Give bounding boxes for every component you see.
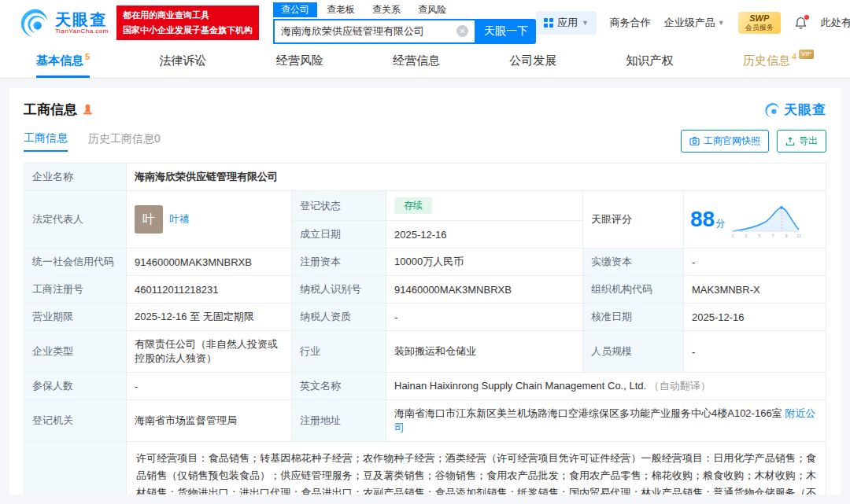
company-name-value: 海南海欣荣供应链管理有限公司 [127, 164, 826, 191]
tab-count: 4 [792, 52, 796, 61]
camera-icon [689, 136, 700, 146]
swp-membership-badge[interactable]: SWP 会员服务 [738, 12, 781, 34]
chevron-down-icon: ▼ [582, 19, 589, 27]
search-tab-risk[interactable]: 查风险 [410, 2, 454, 17]
tab-label: 历史信息 [743, 53, 790, 68]
swp-sub-label: 会员服务 [745, 24, 774, 32]
reg-authority-label: 登记机关 [24, 400, 127, 442]
score-unit: 分 [715, 218, 725, 229]
tab-label: 经营风险 [276, 53, 323, 68]
apps-menu[interactable]: 应用 ▼ [536, 11, 597, 35]
reg-number-value: 460112011218231 [127, 276, 292, 304]
company-name-label: 企业名称 [24, 164, 127, 191]
approval-date-value: 2025-12-16 [684, 304, 826, 331]
industry-label: 行业 [292, 331, 386, 373]
official-snapshot-button[interactable]: 工商官网快照 [681, 130, 769, 153]
tab-intellectual-property[interactable]: 知识产权 [626, 46, 674, 78]
tab-legal-litigation[interactable]: 法律诉讼 [159, 46, 206, 78]
subtab-row: 工商信息 历史工商信息0 工商官网快照 [24, 130, 826, 153]
search-tab-relation[interactable]: 查关系 [364, 2, 408, 17]
tab-label: 公司发展 [509, 53, 556, 68]
search-tabs: 查公司 查老板 查关系 查风险 [273, 2, 536, 17]
tab-operation-info[interactable]: 经营信息 [393, 46, 440, 78]
subtab-history-business-info[interactable]: 历史工商信息0 [88, 132, 161, 151]
business-scope-value: 许可经营项目：食品销售；转基因棉花种子经营；农作物种子经营；酒类经营（许可经营项… [127, 442, 826, 495]
tab-history-info[interactable]: 历史信息 4 VIP [743, 46, 814, 78]
auto-translate-note: （自动翻译） [649, 380, 711, 392]
insured-count-label: 参保人数 [24, 373, 127, 400]
table-row: 参保人数 - 英文名称 Hainan Haixinrong Supply Cha… [24, 373, 826, 400]
search-button[interactable]: 天眼一下 [476, 19, 536, 44]
watermark-logo: 天眼查 [765, 101, 826, 119]
reg-status-label: 登记状态 [292, 191, 386, 221]
legal-rep-label: 法定代表人 [24, 191, 127, 248]
tab-label: 经营信息 [393, 53, 440, 68]
table-row: 企业类型 有限责任公司（非自然人投资或控股的法人独资） 行业 装卸搬运和仓储业 … [24, 331, 826, 373]
export-button[interactable]: 导出 [777, 130, 826, 153]
tab-operation-risk[interactable]: 经营风险 [276, 46, 323, 78]
swp-label: SWP [745, 13, 774, 24]
english-name-value: Hainan Haixinrong Supply Chain Managemen… [394, 380, 646, 392]
org-code-value: MAK3MNBR-X [684, 276, 826, 304]
table-row: 统一社会信用代码 91460000MAK3MNBRXB 注册资本 10000万人… [24, 248, 826, 276]
business-scope-label: 经营范围 [24, 442, 127, 495]
search-area: 查公司 查老板 查关系 查风险 ✕ 天眼一下 [273, 2, 536, 44]
search-tab-boss[interactable]: 查老板 [319, 2, 363, 17]
legal-rep-name-link[interactable]: 叶禧 [169, 212, 190, 226]
credit-code-value: 91460000MAK3MNBRXB [127, 248, 292, 276]
paid-capital-value: - [684, 248, 826, 276]
tianyancha-logo[interactable]: 天眼查 TianYanCha.com [20, 8, 109, 38]
approval-date-label: 核准日期 [583, 304, 684, 331]
notification-bell[interactable] [794, 17, 808, 30]
tianyancha-swirl-icon [20, 8, 50, 38]
snapshot-button-label: 工商官网快照 [704, 134, 760, 148]
taxpayer-id-label: 纳税人识别号 [292, 276, 386, 304]
clear-search-icon[interactable]: ✕ [456, 25, 468, 37]
paid-capital-label: 实缴资本 [583, 248, 684, 276]
menu-business-cooperation[interactable]: 商务合作 [610, 16, 651, 30]
table-row: 营业期限 2025-12-16 至 无固定期限 纳税人资质 - 核准日期 202… [24, 304, 826, 331]
credit-code-label: 统一社会信用代码 [24, 248, 127, 276]
english-name-cell: Hainan Haixinrong Supply Chain Managemen… [386, 373, 826, 400]
notification-dot [804, 15, 809, 20]
svg-text:9: 9 [785, 234, 788, 238]
page: 天眼查 TianYanCha.com 都在用的商业查询工具 国家中小企业发展子基… [0, 0, 850, 504]
slogan-line2: 国家中小企业发展子基金旗下机构 [123, 23, 253, 38]
business-term-value: 2025-12-16 至 无固定期限 [127, 304, 292, 331]
export-icon [785, 137, 795, 146]
reg-status-cell: 存续 [386, 191, 583, 221]
slogan-banner: 都在用的商业查询工具 国家中小企业发展子基金旗下机构 [116, 6, 259, 39]
tab-company-development[interactable]: 公司发展 [509, 46, 556, 78]
svg-text:11: 11 [796, 234, 802, 238]
grid-icon [544, 18, 553, 28]
tab-label: 知识产权 [626, 53, 674, 68]
section-title: 工商信息 [24, 101, 77, 119]
score-value: 88 [690, 207, 715, 231]
reg-address-cell: 海南省海口市江东新区美兰机场路海口空港综保区多功能产业服务中心4楼A102-16… [386, 400, 826, 442]
establish-date-value: 2025-12-16 [386, 221, 583, 248]
search-tab-company[interactable]: 查公司 [273, 2, 317, 17]
tab-label: 基本信息 [36, 53, 83, 68]
table-row: 企业名称 海南海欣荣供应链管理有限公司 [24, 164, 826, 191]
brand-name: 天眼查 [55, 11, 109, 28]
score-cell[interactable]: 88分 1 3 5 [684, 191, 826, 248]
slogan-line1: 都在用的商业查询工具 [123, 8, 253, 23]
apps-label: 应用 [557, 16, 578, 30]
subtab-business-info[interactable]: 工商信息 [24, 131, 68, 152]
watermark-text: 天眼查 [784, 101, 826, 119]
user-greeting[interactable]: 此处有 [821, 16, 850, 30]
table-row: 工商注册号 460112011218231 纳税人识别号 91460000MAK… [24, 276, 826, 304]
search-input[interactable] [281, 25, 456, 37]
business-info-card: 工商信息 天眼查 工商信息 历史工商信息0 [9, 88, 841, 495]
staff-size-label: 人员规模 [583, 331, 684, 373]
svg-text:1: 1 [731, 234, 734, 238]
reg-address-value: 海南省海口市江东新区美兰机场路海口空港综保区多功能产业服务中心4楼A102-16… [394, 407, 782, 419]
export-button-label: 导出 [799, 134, 818, 148]
menu-enterprise-products[interactable]: 企业级产品 ▼ [664, 16, 725, 30]
svg-text:5: 5 [758, 234, 761, 238]
taxpayer-qualification-value: - [386, 304, 583, 331]
tab-basic-info[interactable]: 基本信息 5 [36, 46, 90, 78]
staff-size-value: - [684, 331, 826, 373]
reg-number-label: 工商注册号 [24, 276, 127, 304]
svg-text:3: 3 [745, 234, 748, 238]
